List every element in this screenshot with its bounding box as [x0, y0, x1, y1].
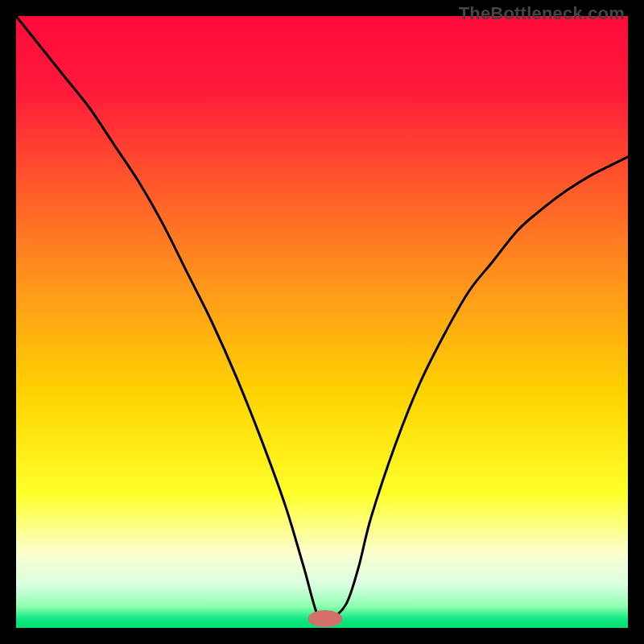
- gradient-background: [16, 16, 628, 628]
- plot-area: [16, 16, 628, 628]
- watermark-text: TheBottleneck.com: [459, 3, 625, 24]
- chart-frame: TheBottleneck.com: [0, 0, 644, 644]
- optimal-marker: [308, 610, 343, 627]
- bottleneck-chart: [16, 16, 628, 628]
